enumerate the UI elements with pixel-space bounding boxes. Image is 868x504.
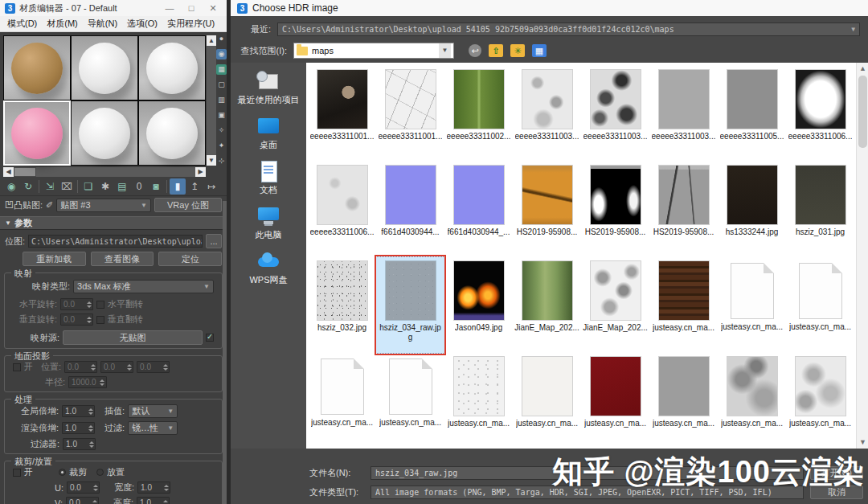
place-this-pc[interactable]: 此电脑 [231,206,306,240]
file-item[interactable]: HS2019-95908... [513,162,581,257]
spinner-arrows-icon[interactable] [87,423,94,433]
menu-item-2[interactable]: 导航(N) [84,16,121,31]
position-y-spinner[interactable]: 0.0 [100,361,133,373]
put-to-library-icon[interactable]: ▤ [114,178,130,195]
spinner-arrows-icon[interactable] [85,314,92,325]
view-image-button[interactable]: 查看图像 [91,252,154,266]
filterer-spinner[interactable]: 1.0 [63,438,96,450]
scroll-down-icon[interactable]: ▼ [857,436,868,449]
file-item[interactable]: justeasy.cn_ma... [376,353,444,449]
spinner-arrows-icon[interactable] [125,362,133,372]
reload-button[interactable]: 重新加载 [23,252,86,266]
position-x-spinner[interactable]: 0.0 [64,361,97,373]
spinner-arrows-icon[interactable] [87,406,94,416]
file-item[interactable]: f661d4030944... [376,162,444,257]
make-material-copy-icon[interactable]: ❏ [80,178,96,195]
material-id-channel-icon[interactable]: 0 [131,178,147,195]
view-menu-icon[interactable]: ▦ [532,44,547,57]
pick-material-icon[interactable]: ⊹ [216,156,227,166]
open-button[interactable]: 打开(O) [810,466,863,480]
file-item[interactable]: f661d4030944_... [444,162,513,257]
v-flip-checkbox[interactable] [96,316,104,324]
show-map-in-viewport-icon[interactable]: ◙ [148,178,164,195]
ground-on-checkbox[interactable] [13,363,21,371]
place-wps-cloud[interactable]: WPS网盘 [231,251,306,285]
parameters-scrollbar[interactable] [223,201,227,504]
scroll-up-icon[interactable]: ▲ [857,63,868,75]
file-item[interactable]: justeasy.cn_ma... [513,353,581,449]
recent-path-dropdown[interactable]: C:\Users\Administrator\Desktop\upload_54… [277,23,860,36]
file-item[interactable]: eeeee33311001... [376,66,444,162]
go-to-parent-icon[interactable]: ↥ [186,178,203,195]
file-item[interactable]: Jason049.jpg [444,257,513,353]
file-item[interactable]: eeeee33311001... [308,66,376,162]
sample-horizontal-scrollbar[interactable]: ◀ ▶ [3,167,206,177]
browse-button[interactable]: ... [206,234,222,248]
get-material-icon[interactable]: ◉ [3,178,19,195]
back-icon[interactable]: ↩ [469,44,481,57]
file-item[interactable]: eeeee33311006... [786,66,854,162]
file-list-scrollbar[interactable]: ▲ ▼ [856,63,868,449]
put-material-to-scene-icon[interactable]: ↻ [20,178,36,195]
look-in-dropdown[interactable]: maps ▼ [293,43,454,59]
eyedropper-icon[interactable]: ✐ [46,200,53,211]
material-sample-slot[interactable] [3,35,71,100]
sample-type-icon[interactable]: ● [216,34,227,44]
reset-map-icon[interactable]: ⌧ [59,178,75,195]
map-source-checkbox[interactable] [206,334,214,342]
bitmap-path-field[interactable]: C:\Users\Administrator\Desktop\upload_54 [28,235,203,248]
file-type-dropdown[interactable]: All image formats (PNG, BMP, Targa, HDR,… [371,486,804,499]
scroll-left-icon[interactable]: ◀ [3,167,14,177]
map-source-button[interactable]: 无贴图 [63,330,203,345]
spinner-arrows-icon[interactable] [99,377,106,387]
file-item[interactable]: hsziz_034_raw.jpg [376,257,444,353]
spinner-arrows-icon[interactable] [92,482,99,493]
crop-on-checkbox[interactable] [13,469,21,477]
sample-uv-tiling-icon[interactable]: ▢ [216,80,227,90]
render-mult-spinner[interactable]: 1.0 [62,422,95,434]
mapping-type-dropdown[interactable]: 3ds Max 标准 ▼ [73,280,214,293]
material-sample-slot[interactable] [3,100,71,166]
make-unique-icon[interactable]: ✱ [97,178,113,195]
file-item[interactable]: hs1333244.jpg [718,162,786,257]
close-button[interactable]: ✕ [204,3,222,14]
params-rollout-header[interactable]: ▼ 参数 [0,216,227,230]
spinner-arrows-icon[interactable] [89,362,96,372]
material-sample-slot[interactable] [138,100,206,166]
filter-dropdown[interactable]: 锐…性 ▼ [128,421,178,435]
place-recent-items[interactable]: 最近使用的项目 [231,71,306,104]
material-sample-slot[interactable] [138,35,206,100]
file-name-input[interactable]: hsziz_034_raw.jpg [371,466,804,480]
map-slot-dropdown[interactable]: 贴图 #3 ▼ [56,199,151,212]
v-spinner[interactable]: 0.0 [66,497,99,504]
cancel-button[interactable]: 取消 [810,486,863,499]
up-one-level-icon[interactable]: ⇧ [489,44,503,57]
file-item[interactable]: eeeee33311005... [718,66,786,162]
u-spinner[interactable]: 0.0 [67,481,100,494]
file-item[interactable]: justeasy.cn_ma... [649,353,718,449]
material-editor-titlebar[interactable]: 3 材质编辑器 - 07 - Default — □ ✕ [0,0,227,16]
file-item[interactable]: eeeee33311003... [513,66,581,162]
select-by-material-icon[interactable]: ✧ [216,125,227,136]
options-icon[interactable]: ▣ [216,110,227,121]
file-item[interactable]: eeeee33311006... [308,162,376,257]
scroll-right-icon[interactable]: ▶ [195,167,206,177]
file-item[interactable]: HS2019-95908... [649,162,718,257]
file-item[interactable]: eeeee33311003... [581,66,649,162]
file-item[interactable]: justeasy.cn_ma... [308,353,376,449]
scrollbar-thumb[interactable] [858,76,867,148]
spinner-arrows-icon[interactable] [162,362,169,372]
position-z-spinner[interactable]: 0.0 [137,361,170,373]
file-item[interactable]: justeasy.cn_ma... [786,353,854,449]
scrollbar-thumb[interactable] [14,168,35,176]
locate-button[interactable]: 定位 [158,252,222,266]
material-id-icon[interactable]: ✦ [216,141,227,151]
file-item[interactable]: JianE_Map_202... [513,257,581,353]
assign-material-to-selection-icon[interactable]: ⇲ [42,178,58,195]
file-item[interactable]: justeasy.cn_ma... [718,257,786,353]
vray-bitmap-button[interactable]: VRay 位图 [154,198,222,212]
file-item[interactable]: eeeee33311002... [444,66,513,162]
maximize-button[interactable]: □ [182,3,200,13]
place-radio[interactable] [96,469,104,476]
backlight-icon[interactable]: ◉ [216,49,227,59]
